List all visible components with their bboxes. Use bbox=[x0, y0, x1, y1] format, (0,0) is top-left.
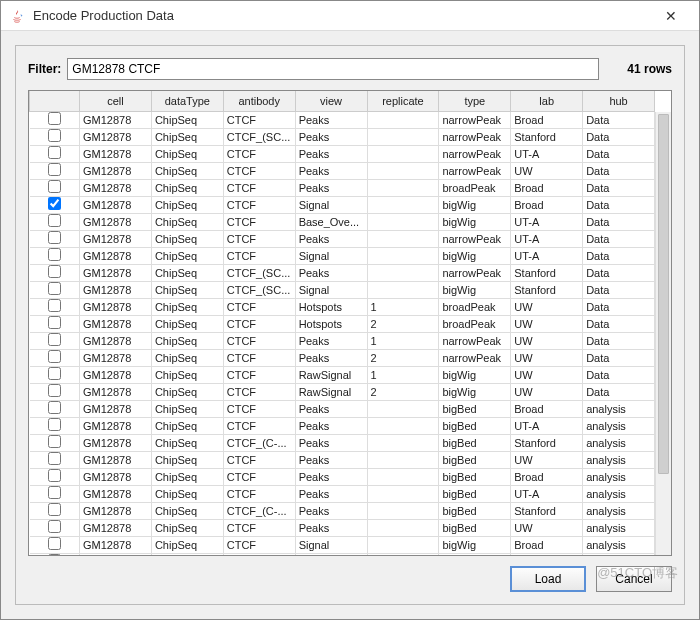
row-checkbox-cell bbox=[30, 383, 80, 400]
column-header-view[interactable]: view bbox=[295, 91, 367, 111]
row-checkbox-cell bbox=[30, 247, 80, 264]
table-row[interactable]: GM12878ChipSeqCTCFRawSignal2bigWigUWData bbox=[30, 383, 655, 400]
cell-antibody: CTCF_(SC... bbox=[223, 128, 295, 145]
table-row[interactable]: GM12878ChipSeqCTCFBase_Ove...bigWigUT-AD… bbox=[30, 213, 655, 230]
cell-cell: GM12878 bbox=[80, 553, 152, 555]
table-row[interactable]: GM12878ChipSeqCTCFPeaks1narrowPeakUWData bbox=[30, 332, 655, 349]
row-checkbox-cell bbox=[30, 417, 80, 434]
row-checkbox[interactable] bbox=[48, 163, 61, 176]
cell-view: Hotspots bbox=[295, 315, 367, 332]
cell-antibody: CTCF bbox=[223, 315, 295, 332]
row-checkbox[interactable] bbox=[48, 265, 61, 278]
row-checkbox[interactable] bbox=[48, 469, 61, 482]
row-checkbox[interactable] bbox=[48, 503, 61, 516]
column-header-lab[interactable]: lab bbox=[511, 91, 583, 111]
cell-cell: GM12878 bbox=[80, 179, 152, 196]
table-row[interactable]: GM12878ChipSeqCTCF_(SC...PeaksnarrowPeak… bbox=[30, 264, 655, 281]
column-header-antibody[interactable]: antibody bbox=[223, 91, 295, 111]
vertical-scrollbar[interactable] bbox=[655, 112, 671, 555]
table-row[interactable]: GM12878ChipSeqCTCFPeaksbigBedBroadanalys… bbox=[30, 400, 655, 417]
table-row[interactable]: GM12878ChipSeqCTCFPeaksbigBedUT-Aanalysi… bbox=[30, 417, 655, 434]
table-row[interactable]: GM12878ChipSeqCTCFPeaksbroadPeakBroadDat… bbox=[30, 179, 655, 196]
row-checkbox[interactable] bbox=[48, 316, 61, 329]
cell-cell: GM12878 bbox=[80, 417, 152, 434]
row-checkbox[interactable] bbox=[48, 180, 61, 193]
cell-dataType: ChipSeq bbox=[151, 315, 223, 332]
table-row[interactable]: GM12878ChipSeqCTCF_(C-...PeaksbigBedStan… bbox=[30, 502, 655, 519]
cell-type: bigBed bbox=[439, 519, 511, 536]
table-row[interactable]: GM12878ChipSeqCTCFPeaksbigBedBroadanalys… bbox=[30, 468, 655, 485]
row-checkbox[interactable] bbox=[48, 333, 61, 346]
column-header-dataType[interactable]: dataType bbox=[151, 91, 223, 111]
cell-type: bigBed bbox=[439, 400, 511, 417]
table-row[interactable]: GM12878ChipSeqCTCFPeaksbigBedUWanalysis bbox=[30, 451, 655, 468]
row-checkbox[interactable] bbox=[48, 282, 61, 295]
table-row[interactable]: GM12878ChipSeqCTCF_(C-...PeaksbigBedStan… bbox=[30, 434, 655, 451]
table-row[interactable]: GM12878ChipSeqCTCFPeaksnarrowPeakUT-ADat… bbox=[30, 145, 655, 162]
cell-hub: analysis bbox=[583, 417, 655, 434]
cell-dataType: ChipSeq bbox=[151, 247, 223, 264]
column-header-hub[interactable]: hub bbox=[583, 91, 655, 111]
load-button[interactable]: Load bbox=[510, 566, 586, 592]
table-row[interactable]: GM12878ChipSeqCTCFPeaks2narrowPeakUWData bbox=[30, 349, 655, 366]
table-row[interactable]: GM12878ChipSeqCTCFSignalbigWigBroadanaly… bbox=[30, 536, 655, 553]
table-row[interactable]: GM12878ChipSeqCTCFSignalbigWigUT-AData bbox=[30, 247, 655, 264]
filter-input[interactable] bbox=[67, 58, 599, 80]
row-checkbox[interactable] bbox=[48, 146, 61, 159]
scrollbar-thumb[interactable] bbox=[658, 114, 669, 474]
cell-antibody: CTCF bbox=[223, 230, 295, 247]
cell-cell: GM12878 bbox=[80, 519, 152, 536]
cell-view: Peaks bbox=[295, 400, 367, 417]
column-header-type[interactable]: type bbox=[439, 91, 511, 111]
table-row[interactable]: GM12878ChipSeqCTCFHotspots1broadPeakUWDa… bbox=[30, 298, 655, 315]
row-checkbox-cell bbox=[30, 230, 80, 247]
cell-hub: analysis bbox=[583, 400, 655, 417]
row-checkbox[interactable] bbox=[48, 452, 61, 465]
row-checkbox[interactable] bbox=[48, 520, 61, 533]
table-row[interactable]: GM12878ChipSeqCTCFRawSignal1bigWigUWData bbox=[30, 366, 655, 383]
table-row[interactable]: GM12878ChipSeqCTCFSignalbigWigBroadData bbox=[30, 196, 655, 213]
row-checkbox[interactable] bbox=[48, 214, 61, 227]
column-header-checkbox[interactable] bbox=[30, 91, 80, 111]
cell-hub: analysis bbox=[583, 553, 655, 555]
cell-lab: UT-A bbox=[511, 145, 583, 162]
column-header-cell[interactable]: cell bbox=[80, 91, 152, 111]
cell-lab: Stanford bbox=[511, 502, 583, 519]
table-row[interactable]: GM12878ChipSeqCTCFPeaksbigBedUT-Aanalysi… bbox=[30, 485, 655, 502]
row-checkbox[interactable] bbox=[48, 299, 61, 312]
close-button[interactable]: ✕ bbox=[651, 2, 691, 30]
row-checkbox[interactable] bbox=[48, 537, 61, 550]
table-row[interactable]: GM12878ChipSeqCTCFPeaksnarrowPeakUT-ADat… bbox=[30, 230, 655, 247]
table-row[interactable]: GM12878ChipSeqCTCFPeaksbigBedUWanalysis bbox=[30, 519, 655, 536]
row-checkbox[interactable] bbox=[48, 384, 61, 397]
cell-dataType: ChipSeq bbox=[151, 213, 223, 230]
cancel-button[interactable]: Cancel bbox=[596, 566, 672, 592]
cell-lab: UT-A bbox=[511, 213, 583, 230]
row-checkbox[interactable] bbox=[48, 231, 61, 244]
row-checkbox[interactable] bbox=[48, 401, 61, 414]
table-row[interactable]: GM12878ChipSeqCTCFPeaksnarrowPeakBroadDa… bbox=[30, 111, 655, 128]
row-checkbox[interactable] bbox=[48, 418, 61, 431]
cell-dataType: ChipSeq bbox=[151, 332, 223, 349]
row-checkbox[interactable] bbox=[48, 197, 61, 210]
table-row[interactable]: GM12878ChipSeqCTCFPeaksnarrowPeakUWData bbox=[30, 162, 655, 179]
row-checkbox[interactable] bbox=[48, 367, 61, 380]
column-header-replicate[interactable]: replicate bbox=[367, 91, 439, 111]
cell-dataType: ChipSeq bbox=[151, 468, 223, 485]
row-checkbox[interactable] bbox=[48, 248, 61, 261]
cell-view: RawSignal bbox=[295, 383, 367, 400]
table-row[interactable]: GM12878ChipSeqCTCFSignalbigWigUT-Aanalys… bbox=[30, 553, 655, 555]
cell-dataType: ChipSeq bbox=[151, 451, 223, 468]
cell-type: narrowPeak bbox=[439, 128, 511, 145]
row-checkbox[interactable] bbox=[48, 129, 61, 142]
row-checkbox[interactable] bbox=[48, 486, 61, 499]
row-checkbox[interactable] bbox=[48, 112, 61, 125]
cell-lab: Broad bbox=[511, 196, 583, 213]
row-checkbox[interactable] bbox=[48, 435, 61, 448]
table-row[interactable]: GM12878ChipSeqCTCFHotspots2broadPeakUWDa… bbox=[30, 315, 655, 332]
cell-hub: Data bbox=[583, 247, 655, 264]
table-row[interactable]: GM12878ChipSeqCTCF_(SC...SignalbigWigSta… bbox=[30, 281, 655, 298]
table-row[interactable]: GM12878ChipSeqCTCF_(SC...PeaksnarrowPeak… bbox=[30, 128, 655, 145]
row-checkbox[interactable] bbox=[48, 554, 61, 555]
row-checkbox[interactable] bbox=[48, 350, 61, 363]
